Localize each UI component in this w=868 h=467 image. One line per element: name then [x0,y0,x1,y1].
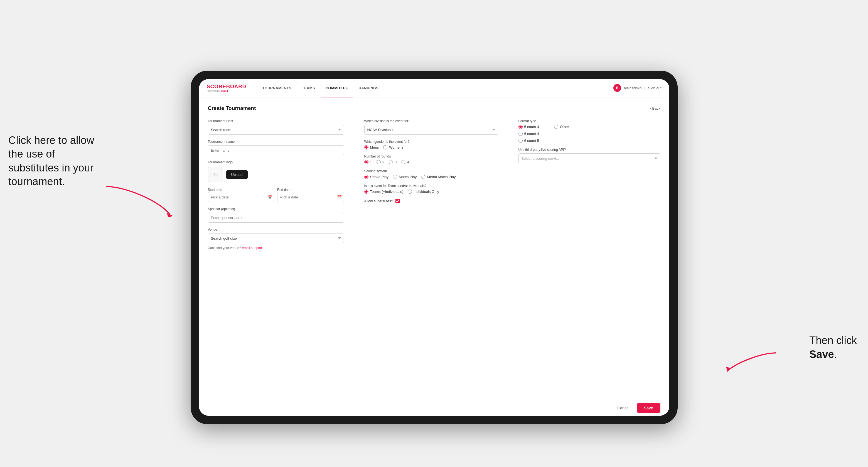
end-date-input[interactable] [277,192,344,202]
start-date-input[interactable] [208,192,275,202]
page-content: Create Tournament ‹ Back Tournament Host… [199,97,669,400]
format-6count4-radio[interactable] [519,132,523,136]
nav-right: B blair admin | Sign out [613,84,661,92]
format-6count5[interactable]: 6 count 5 [519,138,660,143]
round-3[interactable]: 3 [389,160,397,164]
scoring-api-label: Use third-party live scoring API? [519,148,660,152]
end-date-wrap: 📅 [277,192,344,202]
sponsor-input[interactable] [208,213,344,223]
start-date-wrap: 📅 [208,192,275,202]
scoring-label: Scoring system [364,169,498,173]
form-col-2: Which division is the event for? NCAA Di… [362,119,506,250]
scoring-group: Scoring system Stroke Play Match Play [364,169,498,179]
round-3-radio[interactable] [389,160,393,164]
logo-clippd: clippd [221,90,228,92]
round-1[interactable]: 1 [364,160,372,164]
rounds-group: Number of rounds 1 2 [364,154,498,164]
tournament-logo-group: Tournament logo Upload [208,160,344,182]
format-5count4-radio[interactable] [519,125,523,129]
gender-womens[interactable]: Womens [383,145,403,150]
form-col-3: Format type 5 count 4 Other [516,119,660,250]
user-label: blair admin [624,86,642,90]
tournament-host-group: Tournament Host Search team [208,119,344,135]
cancel-button[interactable]: Cancel [613,404,633,412]
scoring-stroke-radio[interactable] [364,175,368,179]
scoring-medal-radio[interactable] [421,175,425,179]
sign-out-link[interactable]: Sign out [648,86,661,90]
round-2-radio[interactable] [376,160,381,164]
venue-group: Venue Search golf club Can't find your v… [208,228,344,250]
event-individuals-radio[interactable] [408,189,412,194]
round-1-radio[interactable] [364,160,368,164]
svg-marker-1 [726,367,731,372]
format-other-radio[interactable] [554,125,558,129]
sponsor-group: Sponsor (optional) [208,207,344,223]
venue-label: Venue [208,228,344,231]
format-5count4[interactable]: 5 count 4 [519,125,539,129]
format-6count4[interactable]: 6 count 4 [519,132,660,136]
tournament-name-group: Tournament name [208,140,344,155]
scoring-radio-group: Stroke Play Match Play Medal Match Play [364,175,498,179]
upload-button[interactable]: Upload [226,170,248,179]
substitutes-text: Allow substitutes? [364,199,393,203]
scoring-match[interactable]: Match Play [393,175,416,179]
event-type-group: Is this event for Teams and/or Individua… [364,184,498,194]
host-label: Tournament Host [208,119,344,123]
scoring-medal[interactable]: Medal Match Play [421,175,456,179]
scoring-api-group: Use third-party live scoring API? Select… [519,148,660,163]
scoring-match-radio[interactable] [393,175,397,179]
logo-label: Tournament logo [208,160,344,164]
name-input[interactable] [208,145,344,155]
annotation-left-text: Click here to allow the use of substitut… [8,134,94,187]
gender-label: Which gender is the event for? [364,140,498,144]
format-6count5-radio[interactable] [519,138,523,143]
calendar-end-icon: 📅 [337,195,342,199]
email-support-link[interactable]: email support [242,246,262,250]
logo-score: SCOREBOARD [207,84,246,89]
logo-placeholder [208,167,223,182]
annotation-save-text: Save [809,348,834,360]
gender-group: Which gender is the event for? Mens Wome… [364,140,498,150]
bottom-bar: Cancel Save [199,400,669,416]
gender-mens[interactable]: Mens [364,145,379,150]
nav-links: TOURNAMENTS TEAMS COMMITTEE RANKINGS [257,79,613,97]
gender-mens-radio[interactable] [364,145,368,150]
dates-group: Start date 📅 End date 📅 [208,187,344,202]
round-4-radio[interactable] [401,160,405,164]
format-group: Format type 5 count 4 Other [519,119,660,143]
round-2[interactable]: 2 [376,160,384,164]
venue-select[interactable]: Search golf club [208,233,344,243]
back-button[interactable]: ‹ Back [650,106,660,111]
avatar: B [613,84,621,92]
event-individuals[interactable]: Individuals Only [408,189,439,194]
scoring-stroke[interactable]: Stroke Play [364,175,389,179]
venue-hint: Can't find your venue? email support [208,246,344,250]
nav-teams[interactable]: TEAMS [297,79,320,97]
nav-committee[interactable]: COMMITTEE [320,79,353,97]
division-group: Which division is the event for? NCAA Di… [364,119,498,135]
scoring-api-select[interactable]: Select a scoring service [519,153,660,163]
svg-rect-2 [213,172,218,177]
round-4[interactable]: 4 [401,160,409,164]
date-row: Start date 📅 End date 📅 [208,187,344,202]
gender-womens-radio[interactable] [383,145,388,150]
logo-scoreboard: SCOREBOARD [207,84,246,89]
calendar-icon: 📅 [268,195,272,199]
nav-rankings[interactable]: RANKINGS [354,79,384,97]
format-row-1: 5 count 4 Other [519,125,660,129]
substitutes-checkbox[interactable] [396,199,400,203]
save-button[interactable]: Save [637,403,660,413]
rounds-label: Number of rounds [364,154,498,158]
division-select[interactable]: NCAA Division I [364,125,498,135]
event-teams-radio[interactable] [364,189,368,194]
end-date-group: End date 📅 [277,187,344,202]
tablet-screen: SCOREBOARD Powered by clippd TOURNAMENTS… [199,79,669,416]
nav-tournaments[interactable]: TOURNAMENTS [257,79,297,97]
substitutes-label[interactable]: Allow substitutes? [364,199,498,203]
nav-separator: | [644,86,645,90]
host-select[interactable]: Search team [208,125,344,135]
format-other[interactable]: Other [554,125,569,129]
event-teams[interactable]: Teams (+Individuals) [364,189,404,194]
format-label: Format type [519,119,660,123]
division-label: Which division is the event for? [364,119,498,123]
